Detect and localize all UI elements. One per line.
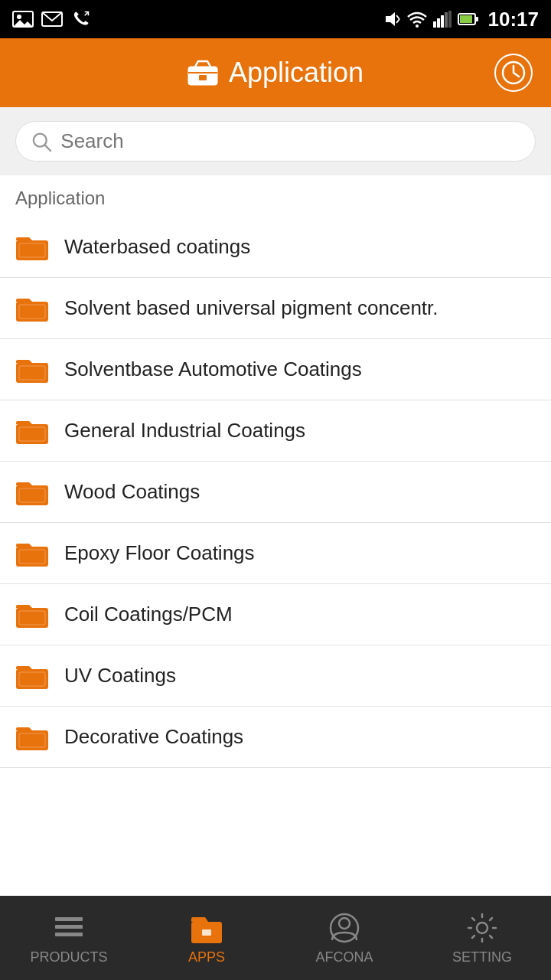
svg-rect-12 [445, 12, 448, 28]
item-label: Coil Coatings/PCM [64, 603, 233, 626]
history-button[interactable] [494, 54, 533, 92]
application-icon [187, 60, 218, 86]
list-item[interactable]: General Industrial Coatings [0, 400, 551, 462]
svg-line-23 [514, 73, 519, 77]
item-label: Epoxy Floor Coatings [64, 541, 255, 565]
volume-icon [384, 11, 401, 28]
nav-item-setting[interactable]: SETTING [413, 896, 551, 980]
list-item[interactable]: UV Coatings [0, 645, 551, 707]
item-label: Decorative Coatings [64, 725, 243, 749]
svg-rect-53 [55, 917, 83, 921]
folder-icon [15, 723, 49, 752]
folder-icon [15, 539, 49, 568]
item-label: Wood Coatings [64, 480, 200, 504]
folder-icon [15, 355, 49, 384]
svg-line-6 [396, 15, 399, 19]
svg-rect-11 [441, 15, 444, 28]
svg-rect-39 [18, 487, 47, 504]
list-item[interactable]: Decorative Coatings [0, 707, 551, 768]
status-left-icons [12, 11, 92, 28]
item-label: Solventbase Automotive Coatings [64, 358, 362, 381]
svg-rect-27 [18, 242, 47, 259]
list-item[interactable]: Coil Coatings/PCM [0, 584, 551, 645]
search-box[interactable] [15, 121, 536, 162]
svg-rect-45 [18, 609, 47, 626]
svg-marker-5 [386, 12, 395, 26]
search-icon [31, 131, 51, 152]
setting-icon [465, 911, 499, 945]
afcona-icon [328, 911, 361, 945]
svg-rect-16 [475, 17, 478, 21]
folder-icon [15, 478, 49, 507]
application-list: Waterbased coatings Solvent based univer… [0, 217, 551, 896]
folder-icon [15, 294, 49, 323]
svg-rect-51 [18, 732, 47, 749]
svg-point-1 [17, 15, 21, 19]
battery-icon [458, 12, 479, 26]
wifi-icon [407, 11, 427, 28]
svg-rect-48 [18, 671, 47, 688]
svg-rect-57 [202, 929, 211, 936]
svg-point-8 [416, 24, 419, 28]
list-item[interactable]: Solvent based universal pigment concentr… [0, 278, 551, 339]
svg-rect-55 [55, 933, 83, 936]
apps-icon [190, 911, 223, 945]
svg-marker-2 [13, 20, 33, 27]
svg-rect-10 [437, 18, 440, 28]
svg-point-59 [339, 918, 350, 929]
list-item[interactable]: Solventbase Automotive Coatings [0, 339, 551, 400]
app-header: Application [0, 38, 551, 107]
nav-label-afcona: AFCONA [315, 949, 373, 965]
status-bar: 10:17 [0, 0, 551, 38]
products-icon [52, 911, 86, 945]
svg-rect-33 [18, 364, 47, 381]
mail-icon [41, 11, 63, 28]
status-right-info: 10:17 [384, 8, 540, 31]
nav-item-afcona[interactable]: AFCONA [276, 896, 413, 980]
search-container [0, 107, 551, 175]
svg-rect-15 [460, 15, 472, 23]
folder-icon [15, 662, 49, 691]
list-item[interactable]: Epoxy Floor Coatings [0, 523, 551, 584]
svg-rect-9 [433, 21, 436, 28]
phone-icon [70, 11, 92, 28]
bottom-navigation: PRODUCTS APPS AFCONA SETTING [0, 896, 551, 980]
section-label: Application [0, 175, 551, 217]
list-item[interactable]: Wood Coatings [0, 462, 551, 523]
header-title-text: Application [229, 57, 364, 89]
folder-icon [15, 416, 49, 446]
svg-rect-20 [199, 75, 207, 80]
nav-item-apps[interactable]: APPS [138, 896, 276, 980]
svg-line-25 [45, 145, 51, 151]
nav-label-products: PRODUCTS [30, 949, 107, 965]
svg-rect-54 [55, 925, 83, 929]
svg-point-60 [477, 923, 487, 933]
image-icon [12, 11, 34, 28]
svg-line-7 [396, 19, 399, 23]
nav-item-products[interactable]: PRODUCTS [0, 896, 138, 980]
time-display: 10:17 [488, 8, 540, 31]
search-input[interactable] [60, 129, 520, 153]
folder-icon [15, 233, 49, 262]
item-label: Waterbased coatings [64, 235, 250, 259]
item-label: UV Coatings [64, 664, 176, 688]
signal-icon [433, 11, 452, 28]
item-label: Solvent based universal pigment concentr… [64, 296, 439, 320]
svg-rect-30 [18, 303, 47, 320]
history-button-area[interactable] [494, 54, 533, 92]
svg-rect-42 [18, 548, 47, 565]
folder-icon [15, 600, 49, 629]
svg-rect-13 [448, 11, 452, 28]
clock-icon [500, 60, 527, 86]
header-title-group: Application [187, 57, 364, 89]
nav-label-apps: APPS [188, 949, 225, 965]
item-label: General Industrial Coatings [64, 419, 305, 443]
svg-rect-36 [18, 426, 47, 443]
list-item[interactable]: Waterbased coatings [0, 217, 551, 278]
nav-label-setting: SETTING [452, 949, 512, 965]
